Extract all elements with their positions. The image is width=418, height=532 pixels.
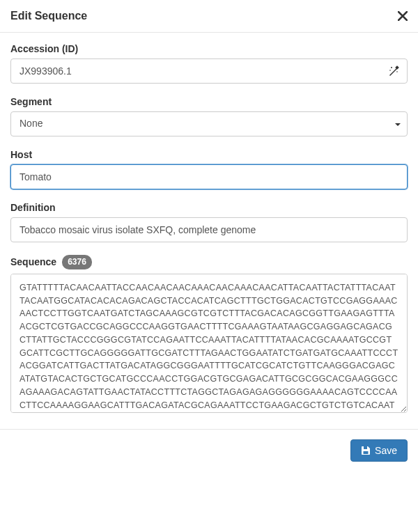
svg-rect-4 [364, 446, 367, 449]
definition-input[interactable] [10, 217, 408, 242]
magic-wand-icon [388, 65, 399, 77]
autofill-button[interactable] [385, 63, 402, 79]
definition-label: Definition [10, 202, 408, 213]
segment-select[interactable]: None [10, 111, 408, 136]
host-input[interactable] [10, 164, 408, 189]
modal-body: Accession (ID) Segment None [0, 33, 418, 429]
definition-input-wrap [10, 217, 408, 242]
host-group: Host [10, 149, 408, 189]
edit-sequence-modal: Edit Sequence Accession (ID) [0, 0, 418, 471]
svg-rect-0 [395, 65, 399, 70]
modal-header: Edit Sequence [0, 0, 418, 33]
save-button-label: Save [375, 445, 397, 456]
definition-group: Definition [10, 202, 408, 242]
sequence-count-badge: 6376 [62, 255, 92, 269]
accession-input-wrap [10, 58, 408, 84]
svg-point-3 [396, 71, 398, 72]
segment-group: Segment None [10, 96, 408, 136]
segment-select-wrap: None [10, 111, 408, 136]
sequence-textarea[interactable]: GTATTTTTACAACAATTACCAACAACAACAAACAACAAAC… [10, 274, 408, 413]
accession-input[interactable] [10, 58, 408, 84]
sequence-group: Sequence 6376 GTATTTTTACAACAATTACCAACAAC… [10, 255, 408, 415]
close-icon [398, 11, 408, 21]
segment-label: Segment [10, 96, 408, 107]
svg-point-1 [391, 67, 392, 68]
svg-rect-5 [364, 451, 369, 454]
modal-footer: Save [0, 429, 418, 471]
host-label: Host [10, 149, 408, 160]
save-icon [361, 446, 371, 455]
accession-group: Accession (ID) [10, 43, 408, 84]
svg-point-2 [389, 70, 391, 71]
sequence-label-row: Sequence 6376 [10, 255, 408, 269]
close-button[interactable] [398, 11, 408, 21]
accession-label: Accession (ID) [10, 43, 408, 54]
host-input-wrap [10, 164, 408, 189]
modal-title: Edit Sequence [10, 10, 87, 22]
save-button[interactable]: Save [350, 439, 408, 462]
sequence-label: Sequence [10, 256, 56, 267]
